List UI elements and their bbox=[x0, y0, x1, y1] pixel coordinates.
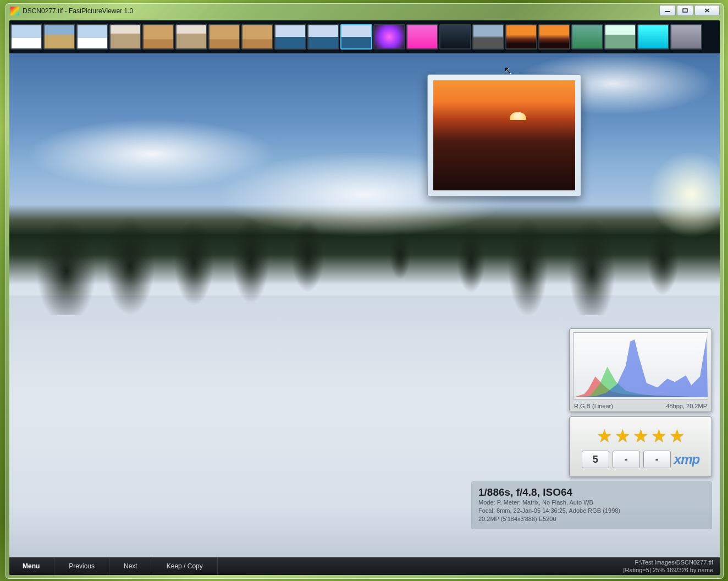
thumbnail[interactable] bbox=[208, 24, 240, 50]
rating-stars[interactable]: ★ ★ ★ ★ ★ bbox=[597, 425, 685, 446]
keep-copy-button[interactable]: Keep / Copy bbox=[153, 557, 216, 575]
exif-line2: Focal: 8mm, 22-Jan-05 14:36:25, Adobe RG… bbox=[478, 507, 705, 515]
sun-icon bbox=[510, 112, 526, 120]
app-icon bbox=[10, 7, 19, 15]
thumbnail[interactable] bbox=[175, 24, 207, 50]
menu-button[interactable]: Menu bbox=[9, 557, 53, 575]
tree-line bbox=[9, 205, 720, 316]
star-icon[interactable]: ★ bbox=[597, 425, 613, 446]
titlebar[interactable]: DSCN0277.tif - FastPictureViewer 1.0 bbox=[6, 4, 723, 18]
thumbnail[interactable] bbox=[274, 24, 306, 50]
exif-exposure: 1/886s, f/4.8, ISO64 bbox=[478, 486, 705, 498]
thumbnail[interactable] bbox=[109, 24, 141, 50]
xmp-logo[interactable]: xmp bbox=[674, 452, 699, 467]
bottom-bar: Menu Previous Next Keep / Copy F:\Test I… bbox=[9, 557, 720, 575]
content-area: ↖ R,G,B (Linear) 48bpp, 20.2MP ★ ★ ★ ★ ★ bbox=[9, 20, 720, 575]
minimize-button[interactable] bbox=[659, 5, 676, 16]
histogram-panel[interactable]: R,G,B (Linear) 48bpp, 20.2MP bbox=[569, 328, 712, 412]
thumbnail[interactable] bbox=[637, 24, 669, 50]
exif-line3: 20.2MP (5'184x3'888) E5200 bbox=[478, 515, 705, 523]
rating-urgency[interactable]: - bbox=[643, 451, 671, 468]
status-line: [Rating=5] 25% 169/326 by name bbox=[623, 566, 713, 574]
divider bbox=[217, 557, 218, 575]
divider bbox=[109, 557, 109, 575]
star-icon[interactable]: ★ bbox=[651, 425, 667, 446]
preview-image bbox=[433, 80, 575, 190]
divider bbox=[152, 557, 152, 575]
maximize-button[interactable] bbox=[677, 5, 693, 16]
thumbnail[interactable] bbox=[472, 24, 504, 50]
thumbnail[interactable] bbox=[604, 24, 636, 50]
svg-rect-1 bbox=[683, 9, 687, 12]
window-title: DSCN0277.tif - FastPictureViewer 1.0 bbox=[23, 7, 133, 15]
divider bbox=[54, 557, 54, 575]
status-right: F:\Test Images\DSCN0277.tif [Rating=5] 2… bbox=[616, 558, 720, 574]
thumbnail[interactable] bbox=[43, 24, 75, 50]
star-icon[interactable]: ★ bbox=[669, 425, 685, 446]
histogram-info: 48bpp, 20.2MP bbox=[666, 403, 707, 409]
thumbnail[interactable] bbox=[571, 24, 603, 50]
rating-label[interactable]: - bbox=[613, 451, 640, 468]
histogram-plot bbox=[573, 332, 708, 399]
thumbnail[interactable] bbox=[373, 24, 405, 50]
thumbnail-strip[interactable] bbox=[9, 20, 720, 53]
thumbnail[interactable] bbox=[439, 24, 471, 50]
thumbnail[interactable] bbox=[340, 24, 372, 50]
thumbnail[interactable] bbox=[670, 24, 702, 50]
next-button[interactable]: Next bbox=[111, 557, 151, 575]
star-icon[interactable]: ★ bbox=[615, 425, 631, 446]
previous-button[interactable]: Previous bbox=[56, 557, 108, 575]
rating-value[interactable]: 5 bbox=[582, 451, 609, 468]
exif-line1: Mode: P, Meter: Matrix, No Flash, Auto W… bbox=[478, 498, 705, 507]
thumbnail[interactable] bbox=[505, 24, 537, 50]
star-icon[interactable]: ★ bbox=[633, 425, 649, 446]
rating-panel[interactable]: ★ ★ ★ ★ ★ 5 - - xmp bbox=[569, 416, 712, 477]
thumbnail[interactable] bbox=[241, 24, 273, 50]
thumbnail[interactable] bbox=[538, 24, 570, 50]
app-window: DSCN0277.tif - FastPictureViewer 1.0 ↖ bbox=[5, 3, 724, 579]
close-button[interactable] bbox=[694, 5, 720, 16]
thumbnail[interactable] bbox=[142, 24, 174, 50]
exif-panel[interactable]: 1/886s, f/4.8, ISO64 Mode: P, Meter: Mat… bbox=[471, 481, 712, 529]
file-path: F:\Test Images\DSCN0277.tif bbox=[623, 558, 713, 566]
thumbnail[interactable] bbox=[406, 24, 438, 50]
thumbnail[interactable] bbox=[10, 24, 42, 50]
thumbnail[interactable] bbox=[76, 24, 108, 50]
thumbnail[interactable] bbox=[307, 24, 339, 50]
histogram-mode: R,G,B (Linear) bbox=[574, 403, 613, 409]
preview-popup[interactable] bbox=[427, 74, 581, 196]
